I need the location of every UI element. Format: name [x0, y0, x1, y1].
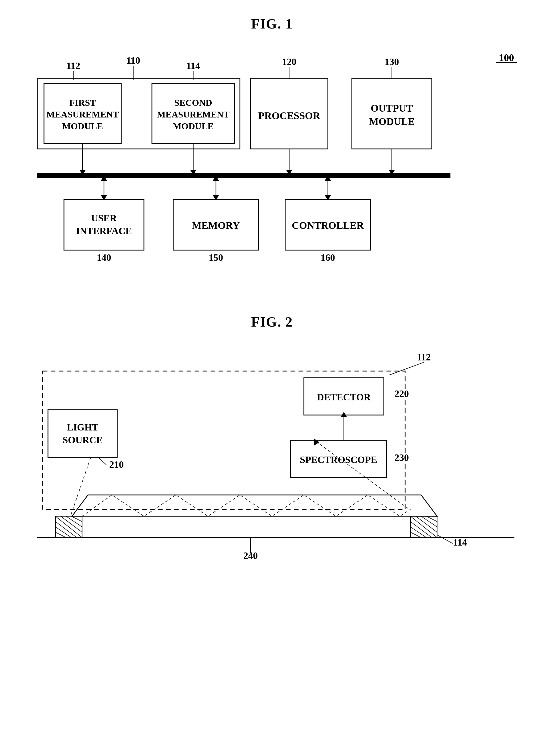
hatch-l2 [61, 516, 82, 532]
spectroscope-label: SPECTROSCOPE [300, 454, 377, 465]
light-source-label-2: SOURCE [63, 435, 103, 445]
memory-label: MEMORY [192, 220, 240, 231]
second-measurement-label-1: SECOND [174, 98, 212, 108]
ref-160: 160 [321, 252, 335, 263]
light-path [82, 495, 411, 516]
ref-150: 150 [209, 252, 223, 263]
user-interface-box [64, 200, 144, 250]
ref-112-leader [389, 362, 424, 375]
first-measurement-label-2: MEASUREMENT [46, 109, 119, 119]
arrowhead-spec-det [341, 412, 347, 417]
hatch-r2 [416, 516, 437, 532]
ref-140: 140 [97, 252, 111, 263]
fig1-title: FIG. 1 [21, 16, 523, 32]
ref-112-top: 112 [66, 60, 80, 71]
hatch-r5 [411, 522, 432, 538]
light-to-spectro [315, 440, 408, 508]
arrowhead-to-spectro [314, 438, 319, 446]
hatch-l5 [55, 522, 77, 538]
fig1-svg: 100 112 110 114 120 130 FIRST MEASUREME [21, 48, 528, 287]
ref-110: 110 [126, 55, 140, 66]
output-label-2: MODULE [369, 116, 415, 127]
ref-210-leader [99, 458, 107, 465]
ref-210: 210 [109, 459, 124, 470]
light-from-source [71, 458, 91, 516]
second-measurement-label-3: MODULE [173, 121, 214, 131]
fig2-diagram: 112 114 DETECTOR 220 SPECTROSCOPE 230 [21, 346, 523, 607]
fig2-title: FIG. 2 [21, 314, 523, 330]
ref-112-fig2: 112 [417, 352, 431, 363]
processor-label: PROCESSOR [258, 110, 321, 121]
controller-label: CONTROLLER [292, 220, 364, 231]
second-measurement-label-2: MEASUREMENT [157, 109, 229, 119]
ui-label-1: USER [91, 213, 117, 223]
bus-line [37, 173, 451, 178]
ref-114-leader [437, 535, 453, 543]
ref-230: 230 [395, 452, 409, 463]
first-measurement-label-3: MODULE [62, 121, 103, 131]
light-source-label-1: LIGHT [67, 422, 98, 433]
ref-100-label: 100 [499, 52, 514, 63]
output-label-1: OUTPUT [371, 103, 413, 114]
waveguide-platform [72, 495, 437, 516]
fig1-diagram: 100 112 110 114 120 130 FIRST MEASUREME [21, 48, 523, 287]
ref-220: 220 [395, 388, 409, 399]
ref-130: 130 [385, 56, 399, 67]
ref-114-top: 114 [186, 60, 200, 71]
light-source-box [48, 410, 117, 458]
ref-114-fig2: 114 [453, 537, 467, 548]
fig2-svg: 112 114 DETECTOR 220 SPECTROSCOPE 230 [21, 346, 528, 607]
ref-120: 120 [282, 56, 297, 67]
first-measurement-label-1: FIRST [69, 98, 96, 108]
ui-label-2: INTERFACE [76, 226, 132, 236]
detector-label: DETECTOR [317, 392, 371, 403]
